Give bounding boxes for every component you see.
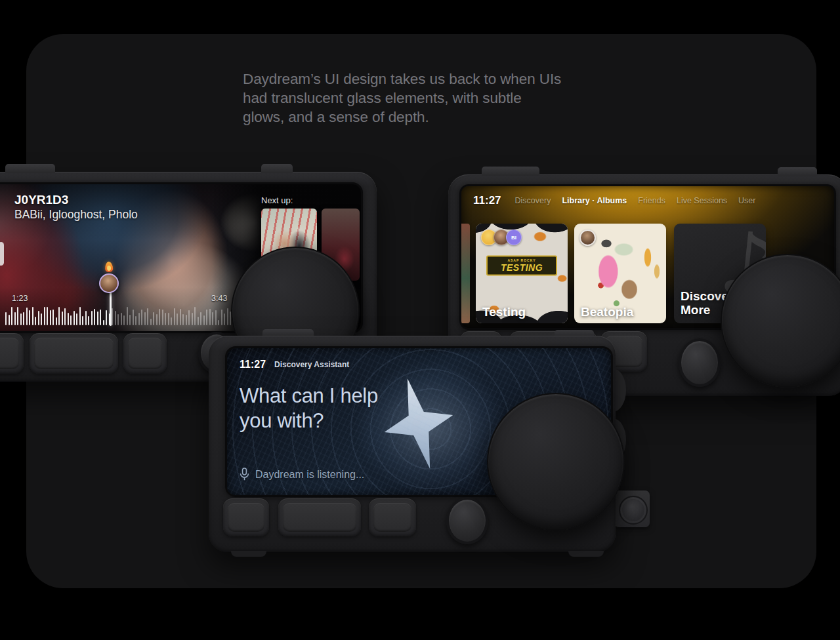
play-pause-button[interactable]: [278, 498, 361, 536]
device-top-tab: [5, 164, 55, 173]
microphone-icon: [240, 468, 249, 481]
listener-avatar: [579, 230, 596, 246]
page-heading: Daydream’s UI design takes us back to wh…: [243, 70, 637, 127]
cover-title: TESTING: [488, 262, 556, 272]
clock: 11:27: [240, 359, 266, 370]
listener-pin[interactable]: [96, 262, 122, 293]
nav-item-friends[interactable]: Friends: [638, 196, 665, 205]
device-foot: [231, 551, 266, 557]
device-top-tab: [482, 167, 539, 176]
next-button[interactable]: [369, 498, 416, 536]
screen-edge-handle[interactable]: [0, 242, 4, 266]
back-button[interactable]: [0, 333, 24, 374]
back-button[interactable]: [223, 498, 269, 536]
next-up-label: Next up:: [261, 195, 293, 205]
page: Daydream’s UI design takes us back to wh…: [0, 0, 840, 640]
listening-status: Daydream is listening...: [240, 468, 364, 481]
volume-knob[interactable]: [679, 338, 721, 387]
nav-item-library-albums[interactable]: Library · Albums: [562, 196, 627, 205]
listener-avatars: [579, 230, 593, 246]
assistant-prompt: What can I help you with?: [240, 384, 378, 433]
elapsed-time: 1:23: [12, 294, 28, 303]
app-name: Discovery Assistant: [274, 360, 349, 369]
nav-item-discovery[interactable]: Discovery: [515, 196, 551, 205]
heading-line: glows, and a sense of depth.: [243, 108, 637, 127]
album-title: Beatopia: [581, 305, 633, 319]
assistant-header: 11:27 Discovery Assistant: [240, 359, 349, 370]
track-artists: BABii, Iglooghost, Pholo: [14, 208, 138, 222]
clock: 11:27: [473, 194, 501, 207]
volume-knob[interactable]: [446, 497, 488, 544]
nav-item-live-sessions[interactable]: Live Sessions: [677, 196, 727, 205]
nav-item-user[interactable]: User: [738, 196, 755, 205]
album-card-testing[interactable]: ASAP ROCKY TESTING BI Testing: [476, 224, 568, 323]
listener-avatar: [99, 273, 119, 293]
prompt-line: What can I help: [240, 384, 378, 409]
device-top-tab: [778, 167, 817, 176]
track-title: J0YR1D3: [14, 193, 68, 207]
prompt-line: you with?: [240, 409, 378, 433]
scroll-wheel[interactable]: [619, 496, 648, 525]
cover-badge: ASAP ROCKY TESTING: [486, 255, 557, 275]
device-top-tab: [261, 164, 293, 173]
album-card-beatopia[interactable]: Beatopia: [574, 224, 666, 323]
heading-line: had translucent glass elements, with sub…: [243, 89, 637, 108]
next-button[interactable]: [123, 333, 167, 374]
side-mount: [614, 490, 650, 527]
play-pause-button[interactable]: [30, 333, 118, 374]
album-title: Testing: [482, 305, 526, 319]
heading-line: Daydream’s UI design takes us back to wh…: [243, 70, 637, 89]
status-text: Daydream is listening...: [255, 469, 364, 481]
fire-reaction-icon: [105, 262, 114, 273]
library-nav: 11:27 Discovery Library · Albums Friends…: [473, 194, 756, 207]
listener-avatar-badge: BI: [506, 230, 522, 245]
total-time: 3:43: [211, 294, 227, 303]
device-foot: [568, 551, 604, 557]
main-dial[interactable]: [487, 393, 625, 530]
listener-avatars: BI: [481, 230, 518, 245]
assistant-device: 11:27 Discovery Assistant What can I hel…: [209, 336, 616, 552]
